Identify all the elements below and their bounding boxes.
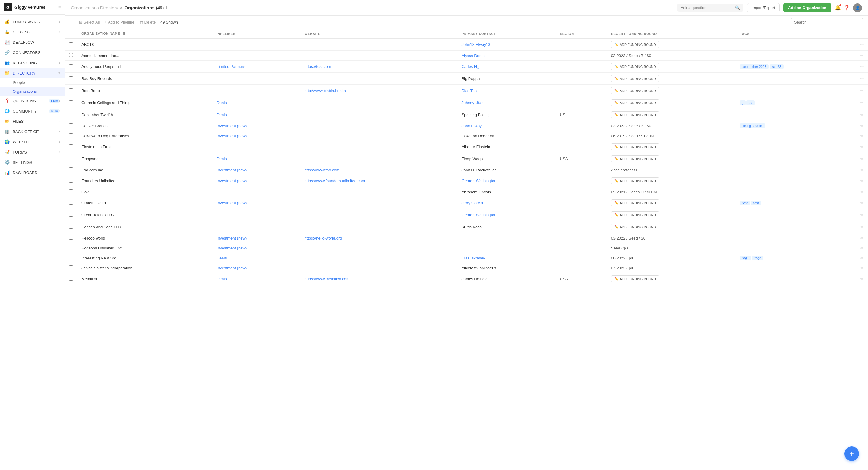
info-icon[interactable]: ℹ xyxy=(165,5,167,10)
add-funding-button[interactable]: ✏️ ADD FUNDING ROUND xyxy=(611,199,659,206)
row-checkbox[interactable] xyxy=(69,246,73,249)
org-name-cell[interactable]: Einsteinium Trust xyxy=(77,141,213,153)
org-name-cell[interactable]: Anonymous Peeps Intl xyxy=(77,61,213,73)
sidebar-item-forms[interactable]: 📝 FORMS › xyxy=(0,147,65,157)
add-funding-button[interactable]: ✏️ ADD FUNDING ROUND xyxy=(611,223,659,230)
org-name-cell[interactable]: Grateful Dead xyxy=(77,197,213,209)
contact-cell[interactable]: George Washington xyxy=(457,209,556,221)
edit-icon[interactable]: ✏ xyxy=(861,53,864,58)
add-funding-button[interactable]: ✏️ ADD FUNDING ROUND xyxy=(611,275,659,282)
row-checkbox[interactable] xyxy=(69,225,73,229)
org-name-cell[interactable]: December Twelfth xyxy=(77,109,213,121)
edit-icon[interactable]: ✏ xyxy=(861,76,864,81)
row-checkbox[interactable] xyxy=(69,76,73,80)
edit-icon[interactable]: ✏ xyxy=(861,246,864,250)
edit-icon[interactable]: ✏ xyxy=(861,168,864,172)
sidebar-item-community[interactable]: 🌐 COMMUNITY BETA › xyxy=(0,106,65,116)
row-checkbox[interactable] xyxy=(69,277,73,281)
contact-cell[interactable]: Dias Iskrayev xyxy=(457,253,556,263)
edit-icon[interactable]: ✏ xyxy=(861,236,864,241)
website-cell[interactable]: https://hello-world.org xyxy=(300,233,457,243)
sidebar-item-questions[interactable]: ❓ QUESTIONS BETA › xyxy=(0,96,65,106)
ask-question-input[interactable] xyxy=(681,5,733,10)
website-cell[interactable]: https://www.foo.com xyxy=(300,165,457,175)
sidebar-item-dashboard[interactable]: 📊 DASHBOARD xyxy=(0,167,65,178)
org-name-cell[interactable]: Hellooo world xyxy=(77,233,213,243)
edit-icon[interactable]: ✏ xyxy=(861,134,864,138)
sidebar-item-backoffice[interactable]: 🏢 BACK OFFICE › xyxy=(0,126,65,137)
website-link[interactable]: https://test.com xyxy=(304,64,331,69)
add-funding-button[interactable]: ✏️ ADD FUNDING ROUND xyxy=(611,63,659,70)
edit-icon[interactable]: ✏ xyxy=(861,277,864,281)
row-checkbox[interactable] xyxy=(69,167,73,171)
website-link[interactable]: https://www.foundersunlimited.com xyxy=(304,179,365,183)
contact-cell[interactable]: John Elway xyxy=(457,121,556,131)
org-name-cell[interactable]: Bad Boy Records xyxy=(77,73,213,85)
org-name-cell[interactable]: Denver Broncos xyxy=(77,121,213,131)
edit-icon[interactable]: ✏ xyxy=(861,179,864,183)
add-funding-button[interactable]: ✏️ ADD FUNDING ROUND xyxy=(611,41,659,48)
contact-cell[interactable]: Carlos Hijji xyxy=(457,61,556,73)
edit-icon[interactable]: ✏ xyxy=(861,213,864,217)
edit-icon[interactable]: ✏ xyxy=(861,113,864,117)
import-export-button[interactable]: Import/Export xyxy=(747,3,780,12)
org-name-cell[interactable]: ABC18 xyxy=(77,39,213,51)
row-checkbox[interactable] xyxy=(69,255,73,259)
org-name-cell[interactable]: Horizons Unlimited, Inc xyxy=(77,243,213,253)
row-checkbox[interactable] xyxy=(69,189,73,193)
edit-icon[interactable]: ✏ xyxy=(861,200,864,205)
add-funding-button[interactable]: ✏️ ADD FUNDING ROUND xyxy=(611,99,659,106)
row-checkbox[interactable] xyxy=(69,200,73,205)
row-checkbox[interactable] xyxy=(69,179,73,183)
sidebar-item-fundraising[interactable]: 💰 FUNDRAISING › xyxy=(0,17,65,27)
contact-cell[interactable]: Dias Test xyxy=(457,85,556,97)
row-checkbox[interactable] xyxy=(69,42,73,46)
row-checkbox[interactable] xyxy=(69,64,73,68)
row-checkbox[interactable] xyxy=(69,133,73,137)
help-icon[interactable]: ❓ xyxy=(844,5,850,10)
add-to-pipeline-action[interactable]: + Add to Pipeline xyxy=(104,20,134,25)
edit-icon[interactable]: ✏ xyxy=(861,100,864,105)
sidebar-item-people[interactable]: People xyxy=(0,78,65,87)
sidebar-item-dealflow[interactable]: 📈 DEALFLOW › xyxy=(0,37,65,48)
website-cell[interactable]: https://test.com xyxy=(300,61,457,73)
breadcrumb-root[interactable]: Organizations Directory xyxy=(71,5,118,10)
row-checkbox[interactable] xyxy=(69,123,73,127)
website-cell[interactable]: https://www.metallica.com xyxy=(300,273,457,285)
edit-icon[interactable]: ✏ xyxy=(861,256,864,260)
website-cell[interactable]: https://www.foundersunlimited.com xyxy=(300,175,457,187)
org-name-cell[interactable]: Interesting New Org xyxy=(77,253,213,263)
th-org-name[interactable]: ORGANIZATION NAME ⇅ xyxy=(77,29,213,39)
org-name-cell[interactable]: Gov xyxy=(77,187,213,197)
org-name-cell[interactable]: Metallica xyxy=(77,273,213,285)
contact-cell[interactable]: Jerry Garcia xyxy=(457,197,556,209)
sidebar-item-files[interactable]: 📂 FILES › xyxy=(0,116,65,126)
row-checkbox[interactable] xyxy=(69,88,73,92)
sidebar-item-organizations[interactable]: Organizations xyxy=(0,87,65,96)
sidebar-item-directory[interactable]: 📁 DIRECTORY ∨ xyxy=(0,68,65,78)
edit-icon[interactable]: ✏ xyxy=(861,88,864,93)
website-cell[interactable]: http://www.blabla.health xyxy=(300,85,457,97)
ask-question-search[interactable]: 🔍 xyxy=(677,4,743,12)
org-name-cell[interactable]: Ceramic Ceilings and Things xyxy=(77,97,213,109)
delete-action[interactable]: 🗑 Delete xyxy=(140,20,156,25)
org-name-cell[interactable]: Hansen and Sons LLC xyxy=(77,221,213,233)
row-checkbox[interactable] xyxy=(69,157,73,160)
org-name-cell[interactable]: Acme Hammers Inc... xyxy=(77,51,213,61)
org-name-cell[interactable]: Downward Dog Enterprises xyxy=(77,131,213,141)
sidebar-collapse-button[interactable]: ≡ xyxy=(58,4,61,10)
row-checkbox[interactable] xyxy=(69,145,73,149)
fab-add-button[interactable]: + xyxy=(844,446,859,461)
row-checkbox[interactable] xyxy=(69,113,73,117)
add-funding-button[interactable]: ✏️ ADD FUNDING ROUND xyxy=(611,155,659,162)
edit-icon[interactable]: ✏ xyxy=(861,266,864,270)
sidebar-item-recruiting[interactable]: 👥 RECRUITING › xyxy=(0,58,65,68)
contact-cell[interactable]: John18 Elway18 xyxy=(457,39,556,51)
org-name-cell[interactable]: Floopwoop xyxy=(77,153,213,165)
org-name-cell[interactable]: Founders Unlimited! xyxy=(77,175,213,187)
select-all-checkbox[interactable] xyxy=(70,20,74,25)
row-checkbox[interactable] xyxy=(69,236,73,240)
edit-icon[interactable]: ✏ xyxy=(861,124,864,128)
org-name-cell[interactable]: BoopBoop xyxy=(77,85,213,97)
add-funding-button[interactable]: ✏️ ADD FUNDING ROUND xyxy=(611,111,659,118)
